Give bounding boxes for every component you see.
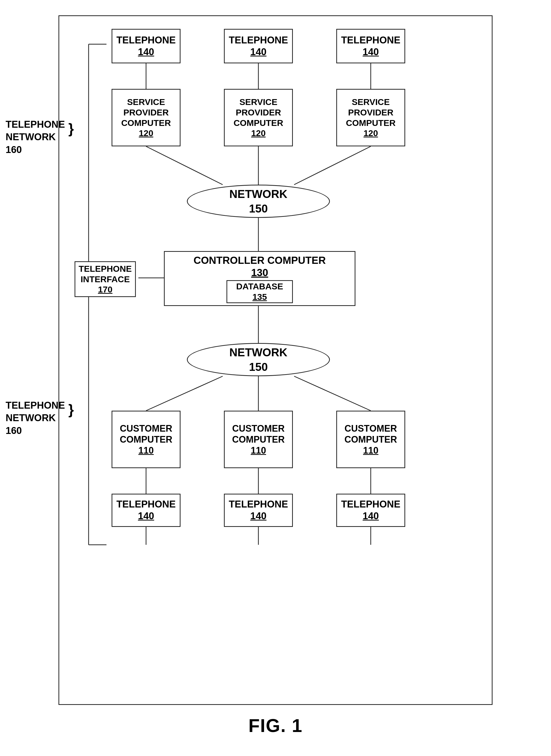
svg-line-8 [146,376,223,411]
svg-line-10 [294,376,371,411]
service-provider-box-2: SERVICE PROVIDER COMPUTER 120 [224,89,293,146]
network-ellipse-bottom: NETWORK 150 [187,343,330,376]
telephone-network-label-bottom: TELEPHONENETWORK160 } [6,399,65,437]
telephone-box-top-2: TELEPHONE 140 [224,29,293,63]
telephone-box-bottom-3: TELEPHONE 140 [336,494,405,527]
customer-box-3: CUSTOMER COMPUTER 110 [336,411,405,468]
service-provider-box-1: SERVICE PROVIDER COMPUTER 120 [112,89,180,146]
telephone-box-top-3: TELEPHONE 140 [336,29,405,63]
customer-box-2: CUSTOMER COMPUTER 110 [224,411,293,468]
svg-line-3 [146,146,223,184]
telephone-box-bottom-2: TELEPHONE 140 [224,494,293,527]
telephone-network-label-top: TELEPHONENETWORK160 } [6,118,65,156]
telephone-box-bottom-1: TELEPHONE 140 [112,494,180,527]
customer-box-1: CUSTOMER COMPUTER 110 [112,411,180,468]
diagram-container: TELEPHONE 140 TELEPHONE 140 TELEPHONE 14… [58,15,493,705]
service-provider-box-3: SERVICE PROVIDER COMPUTER 120 [336,89,405,146]
telephone-box-top-1: TELEPHONE 140 [112,29,180,63]
controller-box: CONTROLLER COMPUTER 130 DATABASE 135 [164,251,356,306]
database-box: DATABASE 135 [226,280,293,303]
telephone-interface-box: TELEPHONE INTERFACE 170 [75,261,136,297]
figure-label: FIG. 1 [248,715,303,736]
network-ellipse-top: NETWORK 150 [187,184,330,218]
svg-line-5 [294,146,371,184]
